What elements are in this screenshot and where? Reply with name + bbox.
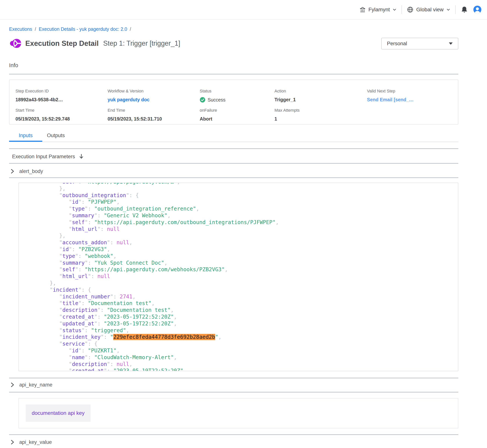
chevron-right-icon (11, 382, 14, 387)
breadcrumb-separator: / (35, 26, 36, 32)
tab-inputs[interactable]: Inputs (9, 130, 42, 142)
section-label: api_key_name (19, 382, 52, 388)
tab-bar: Inputs Outputs (9, 130, 458, 142)
org-switcher[interactable]: Fylamynt (359, 6, 397, 13)
user-avatar[interactable] (473, 5, 482, 14)
page-title: Execution Step Detail (25, 40, 99, 48)
topbar-divider (455, 5, 456, 14)
chevron-down-icon (446, 8, 450, 12)
section-divider (9, 74, 458, 74)
info-field-max-attempts: Max Attempts 1 (275, 108, 300, 122)
section-api-key-name[interactable]: api_key_name (11, 381, 52, 389)
breadcrumb-execution-details-link[interactable]: Execution Details - yuk pagerduty doc: 2… (39, 26, 127, 32)
section-alert-body[interactable]: alert_body (11, 167, 43, 176)
view-name: Global view (416, 7, 444, 13)
info-field-onfailure: onFailure Abort (200, 108, 217, 122)
api-key-name-chip-label: documentation api key (32, 410, 85, 416)
org-name: Fylamynt (368, 7, 390, 13)
workflow-step-icon (9, 38, 22, 49)
bell-icon (461, 6, 468, 13)
page-subtitle: Step 1: Trigger [trigger_1] (103, 40, 180, 47)
api-key-name-value-box: documentation api key (18, 398, 458, 428)
info-field-end-time: End Time 05/19/2023, 15:52:31.710 (108, 108, 162, 122)
breadcrumb: Executions/Execution Details - yuk pager… (9, 26, 134, 32)
params-title: Execution Input Parameters (12, 154, 75, 160)
next-step-link[interactable]: Send Email [send_… (367, 97, 414, 103)
info-field-step-execution-id: Step Execution ID 18992a43-9538-4b2… (16, 89, 63, 103)
section-label: api_key_value (19, 439, 52, 445)
info-field-start-time: Start Time 05/19/2023, 15:52:29.748 (16, 108, 70, 122)
view-switcher[interactable]: Global view (407, 6, 450, 13)
globe-icon (407, 6, 414, 13)
info-field-action: Action Trigger_1 (275, 89, 296, 103)
scope-select-value: Personal (387, 41, 407, 47)
section-label: alert_body (19, 168, 43, 174)
chevron-right-icon (11, 169, 14, 174)
workflow-link[interactable]: yuk pagerduty doc (108, 97, 149, 103)
execution-input-parameters-header: Execution Input Parameters (12, 152, 84, 161)
topbar: Fylamynt Global view (0, 0, 487, 20)
breadcrumb-separator: / (130, 26, 131, 32)
tab-outputs[interactable]: Outputs (42, 130, 70, 141)
breadcrumb-executions-link[interactable]: Executions (9, 26, 32, 32)
info-heading: Info (9, 62, 18, 68)
section-divider (9, 177, 458, 178)
api-key-name-chip[interactable]: documentation api key (26, 404, 91, 422)
success-check-icon (200, 97, 205, 103)
title-row: Execution Step Detail Step 1: Trigger [t… (9, 37, 180, 50)
notifications-button[interactable] (461, 6, 468, 13)
section-divider (9, 163, 458, 164)
info-field-valid-next-step: Valid Next Step Send Email [send_… (367, 89, 414, 103)
scope-select[interactable]: Personal (381, 38, 458, 49)
alert-body-json-viewer[interactable]: "self": "https://api.pagerduty.com/…", }… (18, 183, 458, 371)
info-field-workflow-version: Workflow & Version yuk pagerduty doc (108, 89, 149, 103)
topbar-divider (401, 5, 402, 14)
chevron-down-icon (392, 8, 397, 12)
caret-down-icon (449, 42, 453, 45)
execution-step-detail-page: Fylamynt Global view (0, 0, 487, 448)
section-divider (9, 148, 458, 149)
section-divider (9, 392, 458, 392)
status-badge: Success (208, 97, 225, 103)
chevron-right-icon (11, 440, 14, 445)
json-code: "self": "https://api.pagerduty.com/…", }… (19, 183, 458, 371)
info-field-status: Status Success (200, 89, 225, 103)
section-divider (9, 434, 458, 435)
section-api-key-value[interactable]: api_key_value (11, 438, 52, 446)
institution-icon (359, 6, 366, 13)
account-circle-icon (473, 5, 482, 14)
info-card: Step Execution ID 18992a43-9538-4b2… Wor… (9, 80, 458, 125)
download-arrow-icon[interactable] (79, 154, 84, 159)
section-divider (9, 378, 458, 378)
